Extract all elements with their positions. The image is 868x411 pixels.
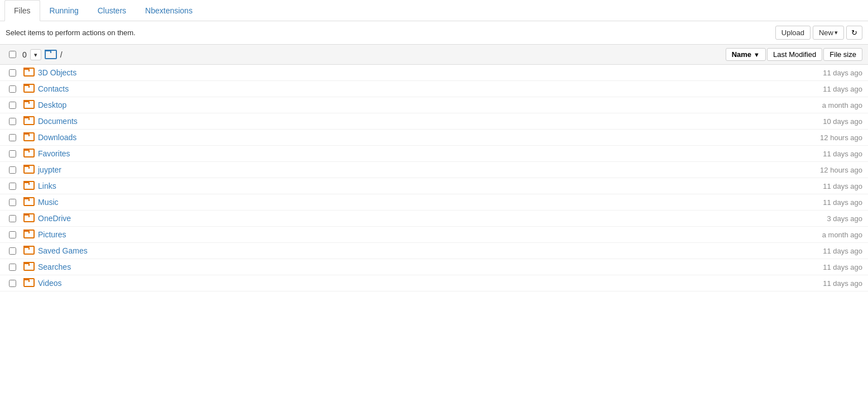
file-name: Videos: [38, 279, 62, 288]
row-checkbox[interactable]: [9, 280, 16, 287]
file-modified: 11 days ago: [790, 85, 862, 93]
tab-bar: FilesRunningClustersNbextensions: [0, 0, 868, 21]
file-name: Pictures: [38, 230, 66, 239]
table-row[interactable]: Favorites 11 days ago: [0, 146, 868, 162]
folder-icon: [23, 69, 33, 77]
item-count-badge: 0: [22, 50, 27, 59]
row-checkbox[interactable]: [9, 118, 16, 125]
file-name: 3D Objects: [38, 68, 76, 77]
table-row[interactable]: Saved Games 11 days ago: [0, 243, 868, 259]
row-check-col: [6, 280, 19, 287]
row-checkbox[interactable]: [9, 215, 16, 222]
folder-icon: [23, 279, 33, 287]
folder-icon: [23, 231, 33, 238]
file-list-header: 0 ▾ / Name ▼ Last Modified File size: [0, 44, 868, 65]
toolbar-actions: Upload New ▾ ↻: [775, 26, 862, 40]
row-checkbox[interactable]: [9, 199, 16, 206]
folder-icon: [23, 117, 33, 125]
row-checkbox[interactable]: [9, 166, 16, 174]
table-row[interactable]: OneDrive 3 days ago: [0, 211, 868, 227]
folder-icon: [23, 133, 33, 141]
file-name: Desktop: [38, 101, 66, 109]
file-name: Music: [38, 198, 59, 207]
row-checkbox[interactable]: [9, 231, 16, 238]
row-check-col: [6, 264, 19, 271]
folder-icon: [23, 182, 33, 190]
row-check-col: [6, 102, 19, 109]
file-row-left: Downloads: [6, 133, 790, 142]
file-modified: 11 days ago: [790, 69, 862, 77]
select-dropdown-button[interactable]: ▾: [30, 49, 41, 60]
file-modified: 12 hours ago: [790, 166, 862, 174]
table-row[interactable]: juypter 12 hours ago: [0, 162, 868, 178]
row-checkbox[interactable]: [9, 85, 16, 93]
file-row-left: Links: [6, 181, 790, 190]
tab-clusters[interactable]: Clusters: [88, 0, 136, 21]
file-modified: a month ago: [790, 231, 862, 239]
toolbar: Select items to perform actions on them.…: [0, 21, 868, 44]
file-list: 3D Objects 11 days ago Contacts 11 days …: [0, 65, 868, 291]
file-name: Links: [38, 181, 56, 190]
file-name: Contacts: [38, 84, 69, 93]
sort-last-modified-button[interactable]: Last Modified: [767, 48, 822, 61]
row-check-col: [6, 247, 19, 255]
row-check-col: [6, 85, 19, 93]
file-row-left: 3D Objects: [6, 68, 790, 77]
row-check-col: [6, 69, 19, 77]
table-row[interactable]: Music 11 days ago: [0, 194, 868, 211]
select-all-container: [6, 51, 19, 58]
new-dropdown-arrow: ▾: [835, 29, 838, 36]
table-row[interactable]: Desktop a month ago: [0, 97, 868, 113]
row-checkbox[interactable]: [9, 183, 16, 190]
file-row-left: Saved Games: [6, 246, 790, 255]
table-row[interactable]: Searches 11 days ago: [0, 259, 868, 275]
file-row-left: Videos: [6, 279, 790, 288]
table-row[interactable]: Pictures a month ago: [0, 227, 868, 243]
row-checkbox[interactable]: [9, 69, 16, 77]
row-check-col: [6, 166, 19, 174]
folder-icon: [23, 263, 33, 271]
file-row-left: Desktop: [6, 101, 790, 109]
folder-icon: [23, 101, 33, 109]
file-modified: 12 hours ago: [790, 133, 862, 142]
table-row[interactable]: Downloads 12 hours ago: [0, 130, 868, 146]
file-row-left: OneDrive: [6, 214, 790, 223]
file-modified: 10 days ago: [790, 117, 862, 126]
new-button[interactable]: New ▾: [813, 26, 844, 40]
file-row-left: Documents: [6, 117, 790, 126]
refresh-button[interactable]: ↻: [846, 26, 862, 40]
row-check-col: [6, 199, 19, 206]
header-left: 0 ▾ /: [6, 49, 726, 60]
toolbar-hint: Select items to perform actions on them.: [6, 28, 136, 37]
sort-name-arrow: ▼: [754, 51, 760, 58]
row-check-col: [6, 150, 19, 157]
file-name: juypter: [38, 165, 61, 174]
upload-button[interactable]: Upload: [775, 26, 811, 40]
file-name: Documents: [38, 117, 78, 126]
row-checkbox[interactable]: [9, 264, 16, 271]
table-row[interactable]: 3D Objects 11 days ago: [0, 65, 868, 81]
sort-file-size-button[interactable]: File size: [823, 48, 862, 61]
row-check-col: [6, 231, 19, 238]
table-row[interactable]: Contacts 11 days ago: [0, 81, 868, 97]
tab-nbextensions[interactable]: Nbextensions: [136, 0, 202, 21]
file-row-left: Contacts: [6, 84, 790, 93]
row-checkbox[interactable]: [9, 134, 16, 141]
refresh-icon: ↻: [851, 28, 857, 37]
folder-icon: [23, 85, 33, 93]
row-check-col: [6, 215, 19, 222]
row-checkbox[interactable]: [9, 102, 16, 109]
row-checkbox[interactable]: [9, 150, 16, 157]
tab-running[interactable]: Running: [40, 0, 88, 21]
table-row[interactable]: Links 11 days ago: [0, 178, 868, 194]
tab-files[interactable]: Files: [4, 0, 40, 21]
table-row[interactable]: Documents 10 days ago: [0, 113, 868, 130]
file-row-left: Favorites: [6, 149, 790, 158]
folder-icon: [23, 150, 33, 157]
file-modified: a month ago: [790, 101, 862, 109]
sort-name-button[interactable]: Name ▼: [726, 48, 766, 61]
row-checkbox[interactable]: [9, 247, 16, 255]
file-row-left: Music: [6, 198, 790, 207]
table-row[interactable]: Videos 11 days ago: [0, 275, 868, 291]
select-all-checkbox[interactable]: [9, 51, 16, 58]
